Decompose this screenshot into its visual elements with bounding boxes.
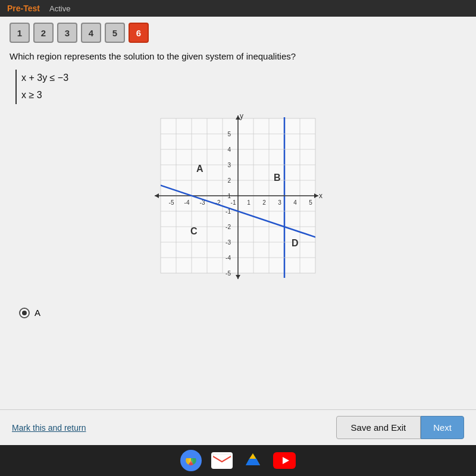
answer-option-a[interactable]: A: [19, 308, 466, 318]
save-exit-button[interactable]: Save and Exit: [336, 416, 421, 439]
svg-marker-24: [236, 275, 240, 279]
graph-container: x y -5 -4 -3 -2 -1 1 2 3 4 5 5 4 3 2 1 -…: [10, 112, 466, 297]
tab-1[interactable]: 1: [10, 23, 30, 43]
youtube-icon[interactable]: [273, 452, 296, 469]
question-text: Which region represents the solution to …: [10, 50, 466, 62]
main-content: 1 2 3 4 5 6 Which region represents the …: [0, 17, 476, 409]
gmail-icon[interactable]: [211, 452, 233, 469]
svg-text:-5: -5: [169, 199, 174, 206]
svg-text:3: 3: [278, 199, 281, 206]
tab-6[interactable]: 6: [129, 23, 149, 43]
region-c: C: [190, 226, 198, 236]
inequality-1: x + 3y ≤ −3: [21, 70, 466, 87]
svg-text:1: 1: [247, 199, 250, 206]
svg-text:5: 5: [227, 131, 231, 137]
svg-text:1: 1: [227, 193, 231, 199]
svg-text:4: 4: [293, 199, 297, 206]
next-button[interactable]: Next: [421, 416, 464, 439]
drive-icon[interactable]: [242, 450, 264, 471]
svg-text:5: 5: [309, 199, 312, 206]
pretest-label: Pre-Test: [7, 4, 40, 13]
svg-text:-4: -4: [226, 255, 231, 261]
tab-5[interactable]: 5: [105, 23, 125, 43]
bottom-bar: Mark this and return Save and Exit Next: [0, 409, 476, 445]
svg-text:-5: -5: [226, 270, 231, 277]
region-b: B: [274, 173, 281, 183]
svg-text:4: 4: [227, 146, 231, 153]
taskbar: [0, 445, 476, 476]
svg-text:2: 2: [227, 177, 231, 184]
svg-marker-21: [314, 193, 318, 198]
svg-text:x: x: [319, 192, 322, 200]
answer-a-label: A: [35, 308, 40, 318]
tab-4[interactable]: 4: [81, 23, 101, 43]
mark-return-link[interactable]: Mark this and return: [12, 423, 86, 433]
svg-marker-23: [155, 193, 159, 198]
region-a: A: [196, 164, 203, 174]
svg-marker-55: [283, 457, 289, 464]
tab-2[interactable]: 2: [33, 23, 54, 43]
svg-text:-1: -1: [231, 199, 236, 206]
svg-text:-4: -4: [184, 199, 190, 206]
question-tabs: 1 2 3 4 5 6: [10, 23, 466, 43]
radio-a[interactable]: [19, 308, 30, 318]
chrome-icon[interactable]: [180, 450, 202, 471]
svg-text:-3: -3: [226, 239, 231, 246]
svg-text:-2: -2: [226, 224, 231, 230]
coordinate-graph: x y -5 -4 -3 -2 -1 1 2 3 4 5 5 4 3 2 1 -…: [143, 112, 333, 297]
bottom-buttons: Save and Exit Next: [336, 416, 464, 439]
svg-text:y: y: [240, 112, 243, 120]
svg-text:2: 2: [262, 199, 266, 206]
region-d: D: [292, 238, 299, 248]
inequalities: x + 3y ≤ −3 x ≥ 3: [15, 70, 466, 104]
answer-options: A: [19, 308, 466, 318]
inequality-2: x ≥ 3: [21, 87, 466, 104]
tab-3[interactable]: 3: [57, 23, 77, 43]
active-label: Active: [49, 4, 70, 13]
top-bar: Pre-Test Active: [0, 0, 476, 17]
svg-text:3: 3: [227, 162, 231, 168]
